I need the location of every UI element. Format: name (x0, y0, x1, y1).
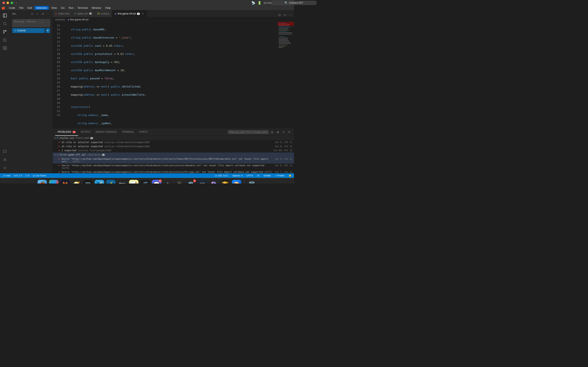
dock-finder[interactable]: 🍎 (38, 180, 47, 184)
minimize-button[interactable] (7, 2, 9, 4)
commit-dropdown-button[interactable]: ▾ (45, 28, 50, 33)
commit-button[interactable]: ✓ Commit (12, 28, 45, 33)
split-editor-icon[interactable]: ⊡ (277, 13, 282, 17)
problem-entry-1[interactable]: ⊘ at-rule or selector expected css(css-r… (53, 140, 294, 144)
apple-logo[interactable]: 🍎 (2, 6, 5, 9)
dock-epic-games[interactable]: 🏆 (221, 180, 230, 184)
formatter-status[interactable]: ✓ Prettier (274, 173, 285, 178)
tab-close-button[interactable]: ✕ (141, 12, 144, 15)
panel-filter-input[interactable] (228, 130, 269, 134)
airline-icon: ✈ (165, 181, 170, 184)
errors-status[interactable]: ⊘ 6 ⚠ 0 (13, 173, 23, 178)
tab-index-html[interactable]: ⟨⟩ index.html (53, 10, 72, 17)
panel-tab-output[interactable]: OUTPUT (78, 129, 93, 136)
panel-tab-problems[interactable]: PROBLEMS 6 (55, 129, 78, 136)
music-icon: 🎵 (141, 181, 149, 184)
menu-go[interactable]: Go (60, 6, 66, 10)
dock-bezel[interactable]: 🔮 (209, 180, 218, 184)
menu-file[interactable]: File (17, 6, 25, 10)
panel-tab-terminal[interactable]: TERMINAL (120, 129, 137, 136)
line-col-status[interactable]: Ln 150, Col 1 (214, 173, 229, 178)
dock-music[interactable]: 🎵 (140, 180, 150, 184)
run-debug-icon[interactable] (1, 36, 9, 44)
wrap-lines-icon[interactable]: ⊞ (276, 130, 280, 134)
problem-entry-2[interactable]: ⊘ at-rule or selector expected css(css-r… (53, 144, 294, 149)
dock-safari[interactable]: 🧭 (72, 180, 81, 184)
dock-system-pref[interactable]: ⚙️ 1 (186, 180, 196, 184)
menu-help[interactable]: Help (104, 6, 112, 10)
code-editor[interactable]: 11 12 13 14 15 16 17 18 19 20 21 22 23 2… (53, 22, 294, 128)
dock-ios-apps[interactable]: 📱 (175, 180, 184, 184)
ios-apps-icon: 📱 (176, 181, 183, 184)
search-activity-icon[interactable] (1, 20, 9, 27)
panel-tab-debug[interactable]: DEBUG CONSOLE (93, 129, 120, 136)
dock-firefox[interactable]: 🦊 (61, 180, 70, 184)
explorer-icon[interactable] (1, 12, 9, 19)
dock-app-store[interactable]: 📦 (232, 180, 241, 184)
info-status[interactable]: ⓘ 0 (25, 173, 30, 178)
account-icon[interactable] (1, 156, 9, 164)
notification-status[interactable]: 🔔 (288, 173, 292, 178)
dock-terminal[interactable]: 💻 (83, 180, 93, 184)
tab-styles-css[interactable]: # styles.css 3 (72, 10, 95, 17)
line-ending-status[interactable]: LF (256, 173, 260, 178)
encoding-status[interactable]: UTF-8 (246, 173, 254, 178)
terminal-icon: 💻 (84, 181, 91, 184)
problem-section-styles-css[interactable]: ▼ # styles.css front-end 3 (53, 136, 294, 140)
dock-vscode[interactable]: ⚡ (106, 180, 116, 184)
toggle-panel-icon[interactable]: ▭ (283, 13, 287, 17)
sidebar-more-icon[interactable]: ··· (46, 12, 50, 16)
search-bar[interactable]: 🔍 Solitaire-NFT (272, 1, 294, 5)
section-count: 3 (90, 137, 93, 139)
code-content[interactable]: string public baseURI; string public bas… (63, 22, 277, 128)
commit-message-input[interactable] (12, 19, 50, 27)
menu-selection[interactable]: Selection (35, 6, 49, 10)
spaces-status[interactable]: Spaces: 4 (232, 173, 243, 178)
tab-script-js[interactable]: JS script.js (95, 10, 112, 17)
language-status[interactable]: Solidity (263, 173, 272, 178)
dock-discord[interactable]: 💬 9+ (152, 180, 161, 184)
dock-telegram[interactable]: ✈️ (95, 180, 104, 184)
tab-first-game-nft-sol[interactable]: ◈ first-game-nft.sol 3 ✕ (112, 10, 147, 17)
forward-button[interactable]: › (16, 1, 17, 4)
menu-run[interactable]: Run (67, 6, 75, 10)
info-count: 0 (28, 174, 29, 177)
sidebar-list-icon[interactable]: ≡ (30, 12, 34, 16)
remote-icon[interactable] (1, 148, 9, 155)
problem-section-sol[interactable]: ▼ ◈ first-game-nft.sol contracts 3 (53, 152, 294, 157)
menu-view[interactable]: View (50, 6, 59, 10)
menu-window[interactable]: Window (90, 6, 103, 10)
problem-entry-4[interactable]: ⊘ Source "https://github.com/OpenZeppeli… (53, 157, 294, 164)
live-share-status[interactable]: ◎ Live Share (32, 173, 47, 178)
menu-code[interactable]: Code (7, 6, 17, 10)
dock-airline[interactable]: ✈ (163, 180, 173, 184)
menu-edit[interactable]: Edit (26, 6, 34, 10)
dock-chrome[interactable]: 🌐 (49, 180, 58, 184)
close-panel-icon[interactable]: ✕ (287, 130, 292, 134)
dock-steam[interactable]: 🎮 (198, 180, 207, 184)
breadcrumb-folder[interactable]: contracts (55, 18, 65, 21)
tab-label: index.html (58, 12, 70, 15)
filter-icon[interactable]: ⊟ (270, 130, 274, 134)
collapse-all-icon[interactable]: ≡ (281, 130, 286, 134)
extensions-icon[interactable] (1, 44, 9, 52)
sidebar-refresh-icon[interactable]: ↺ (41, 12, 45, 16)
dock-trash[interactable]: 🗑️ (247, 180, 257, 184)
settings-icon[interactable] (1, 164, 9, 172)
dock-notes[interactable]: 📝 (129, 180, 138, 184)
menu-terminal[interactable]: Terminal (76, 6, 89, 10)
branch-status[interactable]: ⎇ main (2, 173, 11, 178)
maximize-button[interactable] (11, 2, 13, 4)
more-actions-icon[interactable]: ··· (288, 13, 292, 17)
source-control-icon[interactable] (1, 28, 9, 35)
breadcrumb-file[interactable]: first-game-nft.sol (70, 18, 88, 21)
panel-tab-ports[interactable]: PORTS (137, 129, 150, 136)
sidebar-controls: ≡ ✓ ↺ ··· (30, 12, 50, 16)
problem-entry-5[interactable]: ⊘ Source "https://github.com/OpenZeppeli… (53, 164, 294, 170)
back-button[interactable]: ‹ (14, 1, 15, 4)
problem-entry-3[interactable]: ⊘ { expected css(css-lcurlyexpected) [Ln… (53, 149, 294, 152)
close-button[interactable] (2, 2, 5, 4)
problem-entry-6[interactable]: ⊘ Source "https://github.com/OpenZeppeli… (53, 170, 294, 173)
dock-photos[interactable]: 📷 (118, 180, 127, 184)
sidebar-check-icon[interactable]: ✓ (35, 12, 39, 16)
